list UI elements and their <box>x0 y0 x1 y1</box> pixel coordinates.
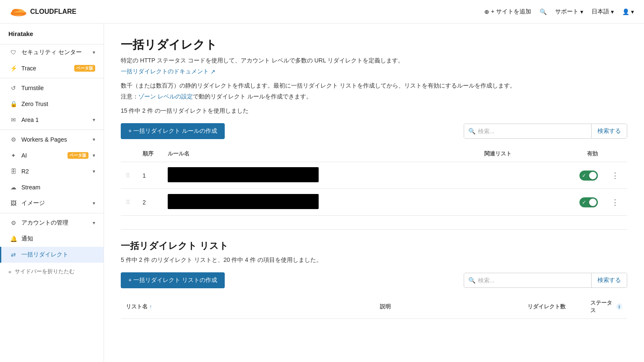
chevron-icon: ▾ <box>93 153 95 158</box>
add-site-button[interactable]: ⊕ + サイトを追加 <box>484 8 531 16</box>
page-note: 数千（または数百万）の静的リダイレクトを作成します。最初に一括リダイレクト リス… <box>121 82 627 90</box>
sidebar-item-workers-pages[interactable]: ⚙ Workers & Pages ▾ <box>0 132 104 147</box>
sidebar-divider <box>0 78 104 78</box>
logo[interactable]: CLOUDFLARE <box>10 6 76 18</box>
chevron-icon: ▾ <box>93 168 95 174</box>
sidebar-item-trace[interactable]: ⚡ Trace ベータ版 <box>0 60 104 76</box>
rules-usage-text: 15 件中 2 件 の一括リダイレクトを使用しました <box>121 107 627 115</box>
sidebar-item-zero-trust[interactable]: 🔒 Zero Trust <box>0 96 104 112</box>
redirect-icon: ⇄ <box>10 251 17 259</box>
language-chevron-icon: ▾ <box>611 8 614 15</box>
zero-trust-icon: 🔒 <box>10 100 17 108</box>
rules-search-group: 🔍 検索する <box>464 124 627 139</box>
trace-icon: ⚡ <box>10 65 17 72</box>
col-drag <box>121 146 138 162</box>
search-button[interactable]: 🔍 <box>540 8 547 15</box>
sidebar-item-images[interactable]: 🖼 イメージ ▾ <box>0 195 104 211</box>
plus-icon: ⊕ <box>484 8 489 15</box>
col-redirect-count-header: リダイレクト数 <box>522 295 585 319</box>
rule-name-redacted-1 <box>168 167 319 182</box>
logo-text: CLOUDFLARE <box>30 8 76 16</box>
rules-table: 順序 ルール名 関連リスト 有効 ⠿ 1 <box>121 146 627 216</box>
support-button[interactable]: サポート ▾ <box>555 8 583 16</box>
drag-handle-icon[interactable]: ⠿ <box>126 199 130 206</box>
sidebar-item-area1[interactable]: ✉ Area 1 ▾ <box>0 112 104 128</box>
rule-more-button-1[interactable]: ⋮ <box>608 169 622 182</box>
status-info-icon[interactable]: i <box>616 303 622 310</box>
search-icon: 🔍 <box>468 277 475 284</box>
sidebar-divider <box>0 213 104 213</box>
gear-icon: ⚙ <box>10 219 17 227</box>
support-chevron-icon: ▾ <box>580 8 583 15</box>
sidebar-item-label: アカウントの管理 <box>21 219 88 227</box>
lists-search-group: 🔍 検索する <box>464 273 627 288</box>
lists-table-header-row: リスト名 ↑ 説明 リダイレクト数 ステータス i <box>121 295 627 319</box>
sidebar-item-label: Turnstile <box>21 85 95 91</box>
rules-search-input[interactable] <box>478 124 587 138</box>
topnav: CLOUDFLARE ⊕ + サイトを追加 🔍 サポート ▾ 日本語 ▾ 👤 ▾ <box>0 0 644 23</box>
table-row: ⠿ 1 ⋮ <box>121 162 627 189</box>
external-link-icon: ↗ <box>210 68 216 75</box>
main-content: 一括リダイレクト 特定の HTTP ステータス コードを使用して、アカウント レ… <box>104 23 644 362</box>
sidebar-collapse-button[interactable]: « サイドバーを折りたたむ <box>0 263 104 280</box>
sidebar-item-r2[interactable]: 🗄 R2 ▾ <box>0 163 104 179</box>
col-order-header: 順序 <box>138 146 163 162</box>
workers-icon: ⚙ <box>10 136 17 143</box>
sidebar-username: Hiratake <box>0 23 104 44</box>
lists-usage-text: 5 件中 2 件 のリダイレクト リストと、20 件中 4 件 の項目を使用しま… <box>121 256 627 264</box>
rule-toggle-1[interactable] <box>579 171 598 181</box>
lists-table: リスト名 ↑ 説明 リダイレクト数 ステータス i <box>121 295 627 319</box>
shield-icon: 🛡 <box>10 49 17 56</box>
rule-order-2: 2 <box>138 189 163 216</box>
doc-link[interactable]: 一括リダイレクトのドキュメント ↗ <box>121 68 216 75</box>
rules-search-button[interactable]: 検索する <box>591 124 627 138</box>
rules-table-body: ⠿ 1 ⋮ ⠿ 2 <box>121 162 627 216</box>
collapse-icon: « <box>8 269 11 275</box>
sidebar-item-label: Area 1 <box>21 116 88 123</box>
related-list-2 <box>479 189 553 216</box>
col-status-header: ステータス i <box>585 295 627 319</box>
sidebar-item-stream[interactable]: ☁ Stream <box>0 179 104 195</box>
sidebar-item-label: イメージ <box>21 199 88 207</box>
r2-icon: 🗄 <box>10 168 17 175</box>
rule-name-redacted-2 <box>168 194 319 209</box>
sidebar-item-bulk-redirect[interactable]: ⇄ 一括リダイレクト <box>0 247 104 263</box>
topnav-actions: ⊕ + サイトを追加 🔍 サポート ▾ 日本語 ▾ 👤 ▾ <box>484 8 634 16</box>
col-enabled-header: 有効 <box>553 146 603 162</box>
sidebar-item-security-center[interactable]: 🛡 セキュリティ センター ▾ <box>0 44 104 60</box>
toggle-knob-icon <box>589 172 597 179</box>
rule-more-button-2[interactable]: ⋮ <box>608 196 622 209</box>
lists-search-input[interactable] <box>478 274 587 287</box>
sidebar-item-label: Stream <box>21 184 95 191</box>
lists-search-button[interactable]: 検索する <box>591 273 627 287</box>
sidebar-item-notifications[interactable]: 🔔 通知 <box>0 231 104 247</box>
chevron-icon: ▾ <box>93 220 95 226</box>
sort-icon[interactable]: ↑ <box>149 304 152 310</box>
area1-icon: ✉ <box>10 116 17 124</box>
language-button[interactable]: 日本語 ▾ <box>592 8 614 16</box>
user-button[interactable]: 👤 ▾ <box>622 8 634 15</box>
create-list-button[interactable]: + 一括リダイレクト リストの作成 <box>121 272 225 288</box>
rule-order-1: 1 <box>138 162 163 189</box>
sidebar: Hiratake 🛡 セキュリティ センター ▾ ⚡ Trace ベータ版 ↺ … <box>0 23 104 362</box>
sidebar-item-label: R2 <box>21 168 88 175</box>
beta-badge: ベータ版 <box>74 65 95 72</box>
lists-section-title: 一括リダイレクト リスト <box>121 240 627 252</box>
ai-icon: ✦ <box>10 152 17 159</box>
images-icon: 🖼 <box>10 199 17 207</box>
sidebar-item-ai[interactable]: ✦ AI ベータ版 ▾ <box>0 147 104 163</box>
col-related-list-header: 関連リスト <box>479 146 553 162</box>
sidebar-item-turnstile[interactable]: ↺ Turnstile <box>0 80 104 96</box>
drag-handle-icon[interactable]: ⠿ <box>126 172 130 179</box>
zone-settings-link[interactable]: ゾーン レベルの設定 <box>138 93 193 100</box>
turnstile-icon: ↺ <box>10 84 17 92</box>
create-rule-button[interactable]: + 一括リダイレクト ルールの作成 <box>121 123 225 139</box>
rules-table-header-row: 順序 ルール名 関連リスト 有効 <box>121 146 627 162</box>
col-actions-header <box>603 146 627 162</box>
rule-toggle-2[interactable] <box>579 197 598 207</box>
page-description: 特定の HTTP ステータス コードを使用して、アカウント レベルで多数の UR… <box>121 57 627 65</box>
user-icon: 👤 <box>622 8 629 15</box>
cloudflare-logo-icon <box>10 6 27 18</box>
sidebar-item-account-management[interactable]: ⚙ アカウントの管理 ▾ <box>0 215 104 231</box>
page-title: 一括リダイレクト <box>121 37 627 53</box>
